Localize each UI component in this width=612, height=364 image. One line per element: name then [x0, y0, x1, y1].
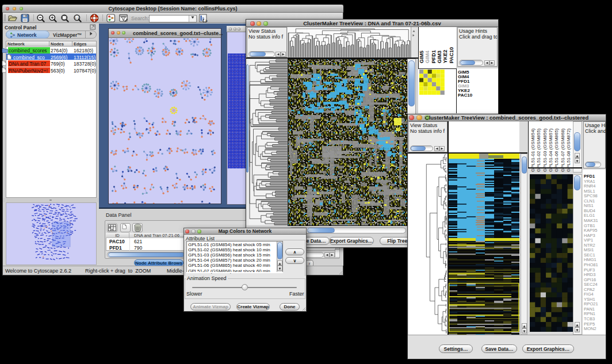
svg-text:1:1: 1:1	[75, 16, 79, 20]
svg-text:b: b	[206, 19, 208, 22]
